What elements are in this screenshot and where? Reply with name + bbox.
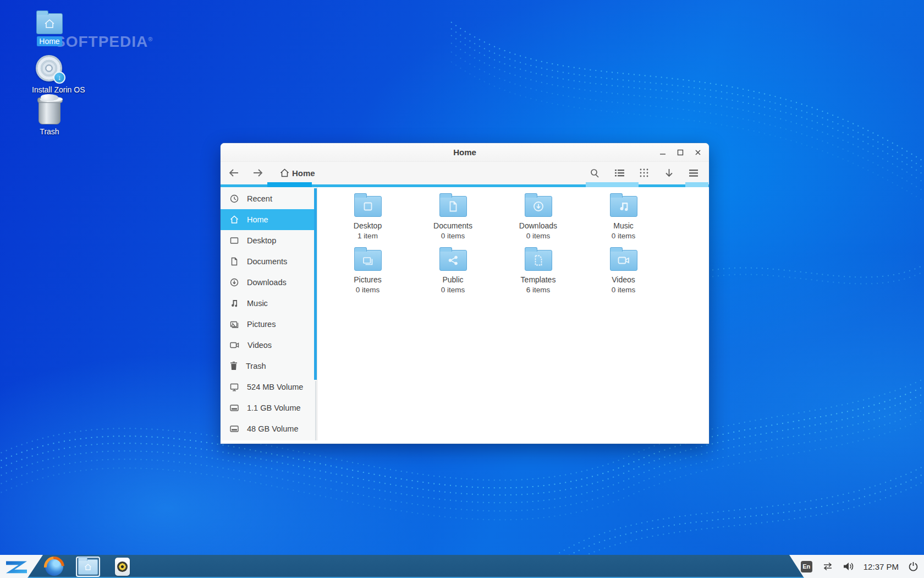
- zorin-menu-button[interactable]: [2, 556, 31, 578]
- folder-icon-public: [439, 250, 467, 271]
- trash-can-icon: [38, 99, 61, 124]
- clock[interactable]: 12:37 PM: [864, 562, 899, 571]
- monitor-icon: [230, 383, 239, 391]
- sidebar-item-trash[interactable]: Trash: [221, 356, 317, 377]
- firefox-icon: [45, 558, 63, 576]
- desktop-icon-trash-label: Trash: [37, 127, 61, 137]
- folder-icon-documents: [439, 196, 467, 217]
- desktop-icon-home[interactable]: Home: [30, 13, 69, 46]
- hard-drive-icon: [230, 405, 239, 411]
- folder-icon-pictures: [354, 250, 382, 271]
- close-button[interactable]: [692, 147, 703, 158]
- sidebar-item-videos[interactable]: Videos: [221, 335, 317, 356]
- desktop-icon-install-label: Install Zorin OS: [30, 85, 87, 95]
- desktop-icon-home-label: Home: [37, 36, 62, 46]
- downloads-progress-icon[interactable]: [661, 165, 676, 181]
- accent-segment: [586, 182, 639, 187]
- sidebar-item-music[interactable]: Music: [221, 293, 317, 314]
- install-cd-icon: ↓: [36, 55, 63, 83]
- file-tile-public[interactable]: Public 0 items: [410, 248, 496, 294]
- sidebar-item-1gb-volume[interactable]: 1.1 GB Volume: [221, 397, 317, 418]
- desktop: SOFTPEDIA® Home ↓ Install Zorin OS Trash…: [0, 0, 924, 578]
- music-note-icon: [230, 299, 239, 308]
- taskbar: En 12:37 PM: [0, 555, 924, 578]
- back-button[interactable]: [226, 165, 241, 181]
- download-badge-icon: ↓: [53, 72, 65, 84]
- network-arrows-icon[interactable]: [822, 561, 834, 571]
- taskbar-media-app-button[interactable]: [110, 557, 134, 577]
- search-icon[interactable]: [587, 165, 602, 181]
- file-grid: Desktop 1 item Documents 0 items: [317, 187, 709, 440]
- download-circle-icon: [230, 278, 239, 287]
- sidebar-scrollbar-thumb[interactable]: [314, 188, 317, 380]
- hamburger-menu-icon[interactable]: [686, 165, 701, 181]
- file-tile-desktop[interactable]: Desktop 1 item: [325, 194, 410, 240]
- breadcrumb-label: Home: [292, 168, 315, 178]
- video-camera-icon: [230, 341, 239, 349]
- toolbar: Home: [221, 162, 709, 187]
- folder-icon-desktop: [354, 196, 382, 217]
- sidebar-item-524mb-volume[interactable]: 524 MB Volume: [221, 377, 317, 397]
- sidebar-item-desktop[interactable]: Desktop: [221, 230, 317, 251]
- grid-view-icon[interactable]: [636, 165, 652, 181]
- forward-button[interactable]: [250, 165, 266, 181]
- sidebar-item-pictures[interactable]: Pictures: [221, 314, 317, 335]
- sidebar-item-home[interactable]: Home: [221, 209, 317, 230]
- volume-icon[interactable]: [843, 561, 854, 571]
- keyboard-layout-badge[interactable]: En: [801, 561, 812, 572]
- file-tile-documents[interactable]: Documents 0 items: [410, 194, 496, 240]
- clock-icon: [230, 194, 239, 203]
- zorin-logo-icon: [6, 561, 27, 574]
- sidebar-item-48gb-volume[interactable]: 48 GB Volume: [221, 418, 317, 439]
- window-title: Home: [221, 143, 709, 162]
- sidebar: Recent Home Desktop Documents Downloads: [221, 187, 317, 440]
- taskbar-firefox-button[interactable]: [42, 557, 66, 577]
- trash-icon: [230, 362, 238, 370]
- home-icon: [230, 215, 239, 224]
- breadcrumb-home[interactable]: Home: [274, 162, 321, 184]
- power-icon[interactable]: [908, 561, 919, 572]
- pictures-icon: [230, 320, 239, 329]
- folder-icon-templates: [525, 250, 552, 271]
- list-view-icon[interactable]: [612, 165, 627, 181]
- desktop-icon: [230, 236, 239, 245]
- accent-segment: [685, 182, 708, 187]
- folder-icon-videos: [610, 250, 637, 271]
- taskbar-files-button-active[interactable]: [76, 557, 100, 577]
- file-tile-templates[interactable]: Templates 6 items: [496, 248, 581, 294]
- file-tile-downloads[interactable]: Downloads 0 items: [496, 194, 581, 240]
- sidebar-item-downloads[interactable]: Downloads: [221, 272, 317, 293]
- folder-icon-music: [610, 196, 637, 217]
- hard-drive-icon: [230, 426, 239, 432]
- sidebar-scrollbar-track: [315, 381, 316, 440]
- files-app-icon: [78, 559, 98, 575]
- file-tile-pictures[interactable]: Pictures 0 items: [325, 248, 410, 294]
- file-manager-window: Home: [221, 143, 709, 444]
- maximize-button[interactable]: [675, 147, 686, 158]
- system-tray: En 12:37 PM: [801, 555, 919, 578]
- softpedia-watermark: SOFTPEDIA®: [55, 33, 153, 51]
- sidebar-item-documents[interactable]: Documents: [221, 251, 317, 272]
- document-icon: [230, 257, 239, 266]
- breadcrumb-active-indicator: [267, 182, 312, 187]
- speaker-app-icon: [115, 558, 130, 576]
- file-tile-videos[interactable]: Videos 0 items: [581, 248, 666, 294]
- home-folder-icon: [36, 13, 63, 34]
- sidebar-item-recent[interactable]: Recent: [221, 188, 317, 209]
- titlebar[interactable]: Home: [221, 143, 709, 162]
- minimize-button[interactable]: [657, 147, 668, 158]
- home-icon: [280, 168, 289, 177]
- desktop-icon-trash[interactable]: Trash: [30, 99, 69, 137]
- desktop-icon-install-zorin[interactable]: ↓ Install Zorin OS: [30, 55, 69, 95]
- file-tile-music[interactable]: Music 0 items: [581, 194, 666, 240]
- folder-icon-downloads: [525, 196, 552, 217]
